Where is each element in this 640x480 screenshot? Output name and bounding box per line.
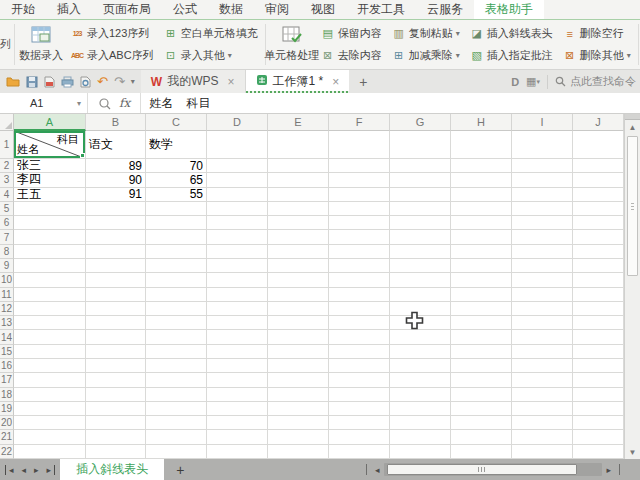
- cell-F14[interactable]: [329, 330, 390, 344]
- row-header-9[interactable]: 9: [0, 259, 14, 273]
- cell-G19[interactable]: [390, 402, 451, 416]
- cell-F18[interactable]: [329, 388, 390, 402]
- doc-tab-my-wps[interactable]: W 我的WPS ×: [141, 70, 246, 93]
- print-preview-icon[interactable]: [80, 76, 91, 88]
- cell-F12[interactable]: [329, 302, 390, 316]
- cell-D17[interactable]: [207, 373, 268, 387]
- cell-H17[interactable]: [451, 373, 512, 387]
- cell-B7[interactable]: [86, 230, 146, 244]
- cell-D18[interactable]: [207, 388, 268, 402]
- tab-home[interactable]: 开始: [0, 0, 46, 19]
- enter-other-button[interactable]: ⊡ 录入其他 ▾: [161, 46, 261, 64]
- cell-A16[interactable]: [14, 359, 86, 373]
- cell-I18[interactable]: [512, 388, 573, 402]
- cell-E6[interactable]: [268, 216, 329, 230]
- cell-C5[interactable]: [146, 202, 207, 216]
- cell-H19[interactable]: [451, 402, 512, 416]
- doc-tab-workbook1[interactable]: 工作簿1 * ×: [246, 70, 350, 93]
- cell-J10[interactable]: [573, 273, 624, 287]
- cell-H5[interactable]: [451, 202, 512, 216]
- cell-J1[interactable]: [573, 131, 624, 159]
- cell-I1[interactable]: [512, 131, 573, 159]
- cell-D2[interactable]: [207, 159, 268, 173]
- cell-E8[interactable]: [268, 245, 329, 259]
- column-header-E[interactable]: E: [268, 114, 329, 131]
- cell-J3[interactable]: [573, 173, 624, 187]
- cell-B15[interactable]: [86, 345, 146, 359]
- insert-diagonal-header-button[interactable]: ◪ 插入斜线表头: [467, 25, 556, 43]
- scroll-left-button[interactable]: ◂: [371, 465, 384, 475]
- cell-B6[interactable]: [86, 216, 146, 230]
- cell-J16[interactable]: [573, 359, 624, 373]
- cell-C7[interactable]: [146, 230, 207, 244]
- row-header-14[interactable]: 14: [0, 330, 14, 344]
- cell-F4[interactable]: [329, 188, 390, 202]
- cell-C3[interactable]: 65: [146, 173, 207, 187]
- cell-H16[interactable]: [451, 359, 512, 373]
- cell-F15[interactable]: [329, 345, 390, 359]
- cell-H7[interactable]: [451, 230, 512, 244]
- cell-J9[interactable]: [573, 259, 624, 273]
- row-header-8[interactable]: 8: [0, 245, 14, 259]
- cell-A18[interactable]: [14, 388, 86, 402]
- cell-J18[interactable]: [573, 388, 624, 402]
- cell-C22[interactable]: [146, 445, 207, 459]
- print-icon[interactable]: [61, 76, 74, 88]
- cell-H22[interactable]: [451, 445, 512, 459]
- cell-B16[interactable]: [86, 359, 146, 373]
- cell-E17[interactable]: [268, 373, 329, 387]
- cell-F8[interactable]: [329, 245, 390, 259]
- row-header-20[interactable]: 20: [0, 416, 14, 430]
- cell-D12[interactable]: [207, 302, 268, 316]
- cell-G10[interactable]: [390, 273, 451, 287]
- cell-E14[interactable]: [268, 330, 329, 344]
- cell-H9[interactable]: [451, 259, 512, 273]
- cell-H13[interactable]: [451, 316, 512, 330]
- cell-F5[interactable]: [329, 202, 390, 216]
- cell-H6[interactable]: [451, 216, 512, 230]
- cell-C9[interactable]: [146, 259, 207, 273]
- row-header-3[interactable]: 3: [0, 173, 14, 187]
- row-header-7[interactable]: 7: [0, 230, 14, 244]
- cell-C18[interactable]: [146, 388, 207, 402]
- qat-more-icon[interactable]: ▾: [131, 78, 135, 86]
- cell-I15[interactable]: [512, 345, 573, 359]
- cell-E10[interactable]: [268, 273, 329, 287]
- cell-G21[interactable]: [390, 430, 451, 444]
- cell-J19[interactable]: [573, 402, 624, 416]
- cell-B5[interactable]: [86, 202, 146, 216]
- cell-C6[interactable]: [146, 216, 207, 230]
- cell-H20[interactable]: [451, 416, 512, 430]
- cell-F9[interactable]: [329, 259, 390, 273]
- cell-A3[interactable]: 李四: [14, 173, 86, 187]
- cell-F11[interactable]: [329, 288, 390, 302]
- cell-B13[interactable]: [86, 316, 146, 330]
- cell-J15[interactable]: [573, 345, 624, 359]
- open-folder-icon[interactable]: [6, 76, 20, 87]
- cell-F17[interactable]: [329, 373, 390, 387]
- row-header-11[interactable]: 11: [0, 288, 14, 302]
- cell-E12[interactable]: [268, 302, 329, 316]
- cell-D14[interactable]: [207, 330, 268, 344]
- cell-I16[interactable]: [512, 359, 573, 373]
- scroll-track[interactable]: [384, 463, 603, 476]
- column-header-J[interactable]: J: [573, 114, 624, 131]
- cell-H18[interactable]: [451, 388, 512, 402]
- cell-C20[interactable]: [146, 416, 207, 430]
- cell-B11[interactable]: [86, 288, 146, 302]
- cell-D21[interactable]: [207, 430, 268, 444]
- cell-A12[interactable]: [14, 302, 86, 316]
- cell-J11[interactable]: [573, 288, 624, 302]
- redo-icon[interactable]: ↷: [114, 75, 125, 88]
- cell-G16[interactable]: [390, 359, 451, 373]
- delete-other-button[interactable]: ⊠ 删除其他 ▾: [560, 46, 634, 64]
- cell-J8[interactable]: [573, 245, 624, 259]
- enter-123-series-button[interactable]: 123 录入123序列: [67, 25, 157, 43]
- cell-D19[interactable]: [207, 402, 268, 416]
- cell-I10[interactable]: [512, 273, 573, 287]
- column-header-G[interactable]: G: [390, 114, 451, 131]
- tab-review[interactable]: 审阅: [254, 0, 300, 19]
- cell-J14[interactable]: [573, 330, 624, 344]
- cell-F19[interactable]: [329, 402, 390, 416]
- cell-H8[interactable]: [451, 245, 512, 259]
